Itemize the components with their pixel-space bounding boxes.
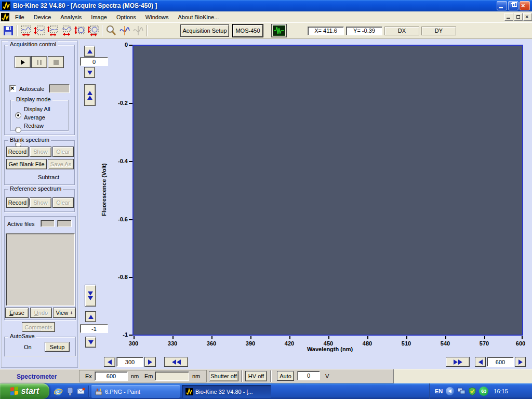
- start-button[interactable]: start: [0, 383, 49, 399]
- undo-button[interactable]: Undo: [30, 308, 52, 318]
- unzoom-y-icon[interactable]: [73, 24, 87, 37]
- acquisition-setup-button[interactable]: Acquisition Setup: [180, 24, 229, 37]
- get-blank-file-button[interactable]: Get Blank File: [6, 159, 47, 169]
- x-max-increase-button[interactable]: [515, 357, 526, 367]
- x-tick-label: 480: [356, 340, 379, 347]
- y-offset-down-button[interactable]: [84, 67, 95, 78]
- radio-average[interactable]: [15, 127, 21, 133]
- y-min-field[interactable]: -1: [80, 324, 108, 333]
- reference-clear-button[interactable]: Clear: [52, 197, 74, 208]
- x-min-decrease-button[interactable]: [104, 357, 115, 367]
- x-tick-mark: [250, 336, 251, 339]
- close-button[interactable]: ×: [520, 1, 530, 10]
- hv-button[interactable]: HV off: [245, 371, 267, 381]
- outlook-express-icon[interactable]: [77, 387, 86, 397]
- mos450-button[interactable]: MOS-450: [233, 24, 263, 37]
- hv-auto-button[interactable]: Auto: [277, 371, 294, 381]
- battery-meter-icon[interactable]: 63: [479, 387, 488, 396]
- y-min-down-button[interactable]: [85, 337, 96, 348]
- menu-device[interactable]: Device: [29, 12, 56, 22]
- blank-record-button[interactable]: Record: [6, 147, 29, 157]
- autoscale-checkbox[interactable]: [9, 85, 16, 92]
- shutter-button[interactable]: Shutter off: [209, 371, 238, 381]
- active-files-list[interactable]: [6, 233, 75, 306]
- x-max-decrease-button[interactable]: [475, 357, 486, 367]
- menu-analysis[interactable]: Analysis: [56, 12, 86, 22]
- blank-show-button[interactable]: Show: [30, 147, 51, 157]
- erase-button[interactable]: Erase: [5, 308, 29, 318]
- curve-cursor-icon[interactable]: [118, 24, 131, 37]
- x-scroll-right-button[interactable]: [446, 357, 470, 367]
- radio-display-all[interactable]: [15, 112, 21, 118]
- mdi-close-button[interactable]: ×: [523, 13, 532, 21]
- x-min-increase-button[interactable]: [144, 357, 156, 367]
- x-tick-label: 600: [509, 340, 532, 347]
- x-min-field[interactable]: 300: [116, 357, 143, 367]
- spectrometer-label: Spectrometer: [17, 373, 57, 380]
- hv-voltage-field[interactable]: 0: [297, 371, 320, 380]
- blank-clear-button[interactable]: Clear: [52, 147, 74, 157]
- internet-explorer-icon[interactable]: e: [54, 387, 63, 397]
- menu-options[interactable]: Options: [112, 12, 141, 22]
- magnifier-icon[interactable]: [104, 24, 118, 37]
- mdi-restore-button[interactable]: [514, 13, 523, 21]
- y-shrink-button[interactable]: [85, 285, 96, 307]
- x-tick-label: 510: [395, 340, 418, 347]
- active-files-label: Active files: [7, 221, 35, 227]
- unzoom-all-icon[interactable]: [87, 24, 100, 37]
- y-offset-field[interactable]: 0: [80, 57, 108, 66]
- x-tick-label: 540: [434, 340, 457, 347]
- autosave-on-label: On: [24, 344, 32, 350]
- pause-button[interactable]: [31, 56, 47, 68]
- comments-button[interactable]: Comments: [22, 322, 55, 332]
- em-wavelength-field[interactable]: [155, 371, 189, 381]
- taskbar: start e 6.PNG - Paint Bio-Kine 32 V4.80 …: [0, 383, 532, 399]
- menu-image[interactable]: Image: [86, 12, 112, 22]
- y-offset-up-button[interactable]: [84, 46, 95, 57]
- menu-windows[interactable]: Windows: [141, 12, 174, 22]
- unzoom-x-icon[interactable]: [60, 24, 73, 37]
- minimize-button[interactable]: [497, 1, 507, 10]
- x-scroll-left-button[interactable]: [164, 357, 188, 367]
- menu-about-biokine[interactable]: About BioKine...: [173, 12, 223, 22]
- task-button-paint[interactable]: 6.PNG - Paint: [91, 385, 180, 398]
- network-icon[interactable]: [457, 388, 466, 395]
- task-button-biokine[interactable]: Bio-Kine 32 V4.80 - [...: [182, 385, 271, 398]
- security-shield-icon[interactable]: [469, 387, 476, 395]
- autosave-setup-button[interactable]: Setup: [45, 342, 70, 352]
- title-bar: Bio-Kine 32 V4.80 - [Acquire Spectra (MO…: [0, 0, 532, 11]
- language-indicator[interactable]: EN: [435, 388, 443, 394]
- play-button[interactable]: [15, 56, 31, 68]
- zoom-y-icon[interactable]: [33, 24, 46, 37]
- view-plus-button[interactable]: View +: [53, 308, 76, 318]
- radio-redraw-label: Redraw: [24, 123, 44, 129]
- reference-show-button[interactable]: Show: [30, 197, 51, 208]
- x-max-field[interactable]: 600: [487, 357, 514, 367]
- stop-button[interactable]: [48, 56, 64, 68]
- hide-icons-chevron-icon[interactable]: [446, 387, 454, 395]
- zoom-x-icon[interactable]: [19, 24, 33, 37]
- save-icon[interactable]: [2, 24, 15, 37]
- save-as-button[interactable]: Save As: [48, 159, 74, 169]
- menu-file[interactable]: File: [10, 12, 29, 22]
- spectra-plot-area[interactable]: [132, 45, 523, 336]
- mdi-minimize-button[interactable]: [504, 13, 513, 21]
- oscilloscope-display-button[interactable]: [271, 24, 287, 37]
- quick-launch-divider: [88, 385, 89, 397]
- ex-wavelength-field[interactable]: 600: [95, 371, 128, 381]
- y-expand-button[interactable]: [84, 84, 96, 106]
- zoom-xy-icon[interactable]: [46, 24, 60, 37]
- x-tick-mark: [406, 336, 407, 339]
- reference-record-button[interactable]: Record: [6, 197, 29, 208]
- x-tick-label: 570: [473, 340, 496, 347]
- media-player-icon[interactable]: [66, 387, 74, 397]
- y-min-up-button[interactable]: [85, 311, 96, 322]
- radio-display-all-label: Display All: [24, 106, 50, 112]
- clock[interactable]: 16:15: [494, 388, 508, 394]
- x-tick-label: 450: [317, 340, 340, 347]
- restore-button[interactable]: [508, 1, 518, 10]
- em-unit-label: nm: [192, 373, 200, 379]
- svg-text:e: e: [56, 389, 59, 395]
- x-tick-label: 390: [239, 340, 262, 347]
- curve-tool-disabled-icon: [131, 24, 145, 37]
